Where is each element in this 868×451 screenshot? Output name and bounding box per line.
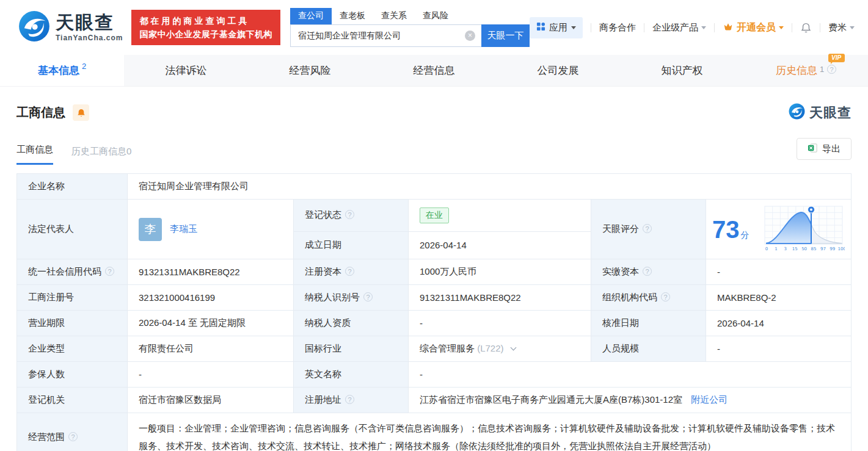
vip-label: 开通会员 [737,21,776,34]
field-value-industry: 综合管理服务 (L722) [409,336,591,362]
tab-basic-info[interactable]: 基本信息 2 [0,55,124,86]
value-text: 91321311MAKBRE8Q22 [420,292,521,303]
field-value-reg-number: 321321000416199 [128,285,294,311]
crown-icon [723,21,734,34]
label-text: 法定代表人 [28,223,74,234]
tab-intellectual-property[interactable]: 知识产权 [620,55,744,86]
tab-company-development[interactable]: 公司发展 [496,55,620,86]
table-row: 统一社会信用代码? 91321311MAKBRE8Q22 注册资本? 1000万… [17,259,852,285]
table-row: 企业名称 宿迁知周企业管理有限公司 [17,174,852,200]
tab-count: 2 [82,62,86,70]
nav-cooperation[interactable]: 商务合作 [599,22,636,34]
tab-legal-litigation[interactable]: 法律诉讼 [124,55,248,86]
apps-menu[interactable]: 应用 [530,17,583,38]
label-text: 统一社会信用代码 [28,266,101,276]
tab-operation-risk[interactable]: 经营风险 [248,55,372,86]
value-text: - [420,318,423,328]
value-text: 有限责任公司 [139,343,194,353]
help-icon[interactable]: ? [643,224,652,233]
field-value-company-type: 有限责任公司 [128,336,294,362]
search-button[interactable]: 天眼一下 [481,24,530,47]
nav-enterprise-products[interactable]: 企业级产品 [652,22,706,34]
field-label-establish-date: 成立日期 [294,231,409,259]
search-tab-risk[interactable]: 查风险 [415,8,456,24]
search-input[interactable] [291,31,465,41]
value-text: - [717,267,720,277]
industry-name: 综合管理服务 [420,343,475,353]
table-row: 法定代表人 李 李瑞玉 登记状态? 在业 天眼评分? 73分 [17,200,852,232]
help-icon[interactable]: ? [363,292,373,301]
field-value-approval-date: 2026-04-14 [706,311,852,336]
svg-text:99: 99 [830,247,835,251]
tab-operation-info[interactable]: 经营信息 [372,55,496,86]
help-icon[interactable]: ? [345,267,354,276]
export-button[interactable]: 导出 [797,138,852,160]
logo-title: 天眼查 [56,13,123,32]
field-label-staff-size: 人员规模 [591,336,706,362]
tab-history-info[interactable]: 历史信息 1 ? VIP [744,55,868,86]
monitor-bell-button[interactable] [73,104,89,121]
svg-text:3: 3 [784,247,787,251]
industry-code: (L722) [477,343,503,353]
nearby-companies-link[interactable]: 附近公司 [691,394,728,405]
search-tab-boss[interactable]: 查老板 [332,8,373,24]
value-text: 宿迁市宿豫区数据局 [139,394,221,405]
search-tab-company[interactable]: 查公司 [290,8,332,24]
field-value-taxpayer-id: 91321311MAKBRE8Q22 [409,285,591,311]
bell-icon [76,108,86,118]
field-value-score: 73分 [706,200,852,259]
nav-vip[interactable]: 开通会员 [723,21,784,34]
svg-text:50: 50 [801,247,807,251]
search-tab-relation[interactable]: 查关系 [373,8,415,24]
help-icon[interactable]: ? [827,65,836,74]
subtab-row: 工商信息 历史工商信息0 导出 [16,138,852,165]
tab-label: 经营信息 [414,63,455,78]
help-icon[interactable]: ? [105,267,114,276]
field-label-business-term: 营业期限 [17,311,128,336]
field-value-reg-address: 江苏省宿迁市宿豫区电子商务产业园通元大厦A座(B7栋)301-12室 附近公司 [409,388,852,413]
tab-label: 公司发展 [538,63,579,78]
tianyancha-watermark-icon [789,103,805,122]
vip-badge: VIP [828,54,845,62]
label-text: 注册地址 [305,394,341,405]
field-label-business-scope: 经营范围? [17,413,128,451]
help-icon[interactable]: ? [68,432,78,441]
avatar[interactable]: 李 [139,218,162,241]
help-icon[interactable]: ? [345,395,354,404]
help-icon[interactable]: ? [661,292,670,301]
field-label-insured-count: 参保人数 [17,362,128,388]
label-text: 营业期限 [28,317,65,328]
field-value-business-term: 2026-04-14 至 无固定期限 [128,311,294,336]
label-text: 经营范围 [28,431,65,442]
search-box: × 天眼一下 [290,24,530,47]
help-icon[interactable]: ? [643,267,652,276]
notifications-bell[interactable] [800,22,812,34]
business-info-table: 企业名称 宿迁知周企业管理有限公司 法定代表人 李 李瑞玉 登记状态? 在业 天… [16,173,852,451]
field-label-org-code: 组织机构代码? [591,285,706,311]
field-value-insured-count: - [128,362,294,388]
export-label: 导出 [822,143,841,155]
svg-text:100: 100 [838,247,845,251]
chevron-down-icon[interactable] [510,345,516,351]
help-icon[interactable]: ? [345,210,354,219]
header-nav: 应用 商务合作 企业级产品 开通会员 [530,17,855,38]
nav-user-menu[interactable]: 费米 [828,22,855,34]
field-label-company-type: 企业类型 [17,336,128,362]
svg-text:15: 15 [792,247,798,251]
subtab-business-info[interactable]: 工商信息 [16,144,53,165]
label-text: 英文名称 [305,369,341,379]
label-text: 登记状态 [305,209,341,220]
svg-text:0: 0 [765,247,768,251]
tianyancha-logo[interactable]: 天眼查 TianYanCha.com [18,10,123,45]
tab-label: 经营风险 [290,63,331,78]
field-label-legal-rep: 法定代表人 [17,200,128,259]
svg-text:1: 1 [775,247,777,251]
label-text: 组织机构代码 [602,292,657,302]
subtab-history-business-info[interactable]: 历史工商信息0 [71,146,131,165]
field-value-staff-size: - [706,336,852,362]
label-text: 登记机关 [28,394,65,405]
field-label-reg-status: 登记状态? [294,200,409,232]
score-distribution-chart[interactable]: 0131550859799100 [763,204,845,254]
legal-rep-link[interactable]: 李瑞玉 [170,223,197,235]
clear-icon[interactable]: × [465,31,475,41]
